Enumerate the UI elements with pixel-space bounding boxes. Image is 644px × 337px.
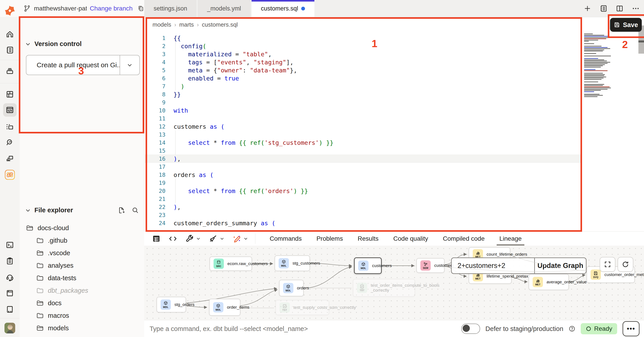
tab-_models.yml[interactable]: _models.yml	[198, 0, 250, 17]
code-line-20[interactable]: 20 select * from {{ ref('orders') }}	[144, 187, 582, 195]
minimap[interactable]	[584, 33, 614, 101]
preview-icon[interactable]	[152, 234, 161, 243]
code-line-1[interactable]: 1{{	[144, 34, 582, 42]
changelog-icon[interactable]	[599, 4, 608, 13]
lineage-selector-input[interactable]: 2+customers+2	[452, 258, 534, 273]
breadcrumb-file[interactable]: customers.sql	[202, 21, 238, 28]
help-icon[interactable]	[569, 325, 575, 332]
sidebar-item-dashboard[interactable]	[3, 88, 16, 101]
lineage-node-test_order_items_compute_to_bools[interactable]: TSTtest_order_items_compute_to_bools _co…	[353, 279, 415, 297]
code-line-11[interactable]: 11	[144, 114, 582, 122]
code-line-9[interactable]: 9	[144, 98, 582, 106]
sidebar-item-support[interactable]	[3, 270, 16, 284]
tree-item-data-tests[interactable]: data-tests	[20, 272, 144, 284]
code-line-4[interactable]: 4 tags = ["events", "staging"],	[144, 58, 582, 66]
sidebar-item-canvas[interactable]	[3, 120, 16, 134]
tree-item-analyses[interactable]: analyses	[20, 259, 144, 272]
panel-tab-results[interactable]: Results	[358, 232, 378, 245]
lineage-node-ecom.raw_customers[interactable]: SRCecom.raw_customers	[210, 257, 252, 271]
status-badge[interactable]: Ready	[581, 323, 617, 334]
lineage-panel[interactable]: SRCecom.raw_customersMDLstg_customersMDL…	[144, 246, 644, 320]
lineage-node-order_items[interactable]: MDLorder_items	[209, 299, 240, 316]
search-icon[interactable]	[132, 207, 139, 214]
code-line-22[interactable]: 22),	[144, 203, 582, 211]
format-caret-icon[interactable]	[219, 236, 225, 241]
panel-tab-code-quality[interactable]: Code quality	[393, 232, 428, 245]
tree-item-models[interactable]: models	[20, 322, 144, 334]
code-line-23[interactable]: 23	[144, 211, 582, 219]
sidebar-item-notebook[interactable]	[3, 43, 16, 57]
tree-item-.vscode[interactable]: .vscode	[20, 247, 144, 259]
more-options-icon[interactable]	[632, 4, 640, 13]
version-control-header[interactable]: Version control	[25, 40, 82, 48]
tab-customers.sql[interactable]: customers.sql	[252, 0, 314, 17]
sidebar-item-clipboard[interactable]	[3, 254, 16, 268]
defer-toggle[interactable]	[461, 324, 480, 334]
code-line-16[interactable]: 16),	[144, 155, 582, 163]
code-line-2[interactable]: 2 config(	[144, 42, 582, 50]
code-line-24[interactable]: 24customer_orders_summary as (	[144, 219, 582, 227]
sidebar-item-environments[interactable]	[3, 64, 16, 78]
code-line-12[interactable]: 12customers as (	[144, 122, 582, 130]
lineage-node-stg_customers[interactable]: MDLstg_customers	[274, 255, 310, 271]
sidebar-item-query-analysis[interactable]	[3, 136, 16, 149]
new-tab-icon[interactable]	[583, 4, 592, 13]
scrollbar-thumb[interactable]	[638, 40, 644, 42]
command-input[interactable]: Type a command, ex. dbt build --select <…	[150, 325, 308, 333]
tree-item-docs-cloud[interactable]: docs-cloud	[20, 222, 144, 234]
code-line-3[interactable]: 3 materialized = "table",	[144, 50, 582, 58]
code-line-19[interactable]: 19	[144, 179, 582, 187]
breadcrumb-models[interactable]: models	[152, 21, 171, 28]
new-file-icon[interactable]	[118, 207, 125, 214]
fullscreen-button[interactable]	[600, 257, 616, 272]
tree-item-docs[interactable]: docs	[20, 297, 144, 309]
code-line-6[interactable]: 6 enabled = true	[144, 74, 582, 82]
sidebar-item-copilot[interactable]	[3, 168, 16, 181]
pr-button-caret[interactable]	[120, 55, 139, 75]
split-editor-icon[interactable]	[616, 4, 624, 13]
code-line-15[interactable]: 15	[144, 147, 582, 155]
change-branch-link[interactable]: Change branch	[90, 5, 132, 12]
tree-item-.github[interactable]: .github	[20, 234, 144, 247]
build-caret-icon[interactable]	[196, 236, 201, 241]
code-line-5[interactable]: 5 meta = {"owner": "data-team"},	[144, 66, 582, 74]
user-avatar[interactable]	[3, 321, 16, 335]
sidebar-item-home[interactable]	[3, 28, 16, 41]
code-line-17[interactable]: 17	[144, 163, 582, 171]
tree-item-macros[interactable]: macros	[20, 309, 144, 322]
lineage-node-customers[interactable]: MDLcustomers	[354, 258, 382, 274]
dbt-logo[interactable]	[0, 0, 20, 17]
code-line-18[interactable]: 18orders as (	[144, 171, 582, 179]
refresh-button[interactable]	[618, 257, 633, 272]
panel-tab-problems[interactable]: Problems	[316, 232, 343, 245]
code-editor[interactable]: 1{{2 config(3 materialized = "table",4 t…	[144, 34, 582, 227]
code-line-14[interactable]: 14 select * from {{ ref('stg_customers')…	[144, 139, 582, 147]
lineage-node-stg_orders[interactable]: MDLstg_orders	[156, 297, 186, 313]
code-line-7[interactable]: 7 )	[144, 82, 582, 90]
lineage-node-customers[interactable]: SEMcustomers	[416, 258, 444, 273]
panel-tab-commands[interactable]: Commands	[270, 232, 302, 245]
code-line-10[interactable]: 10with	[144, 106, 582, 114]
lineage-node-orders[interactable]: MDLorders	[279, 280, 304, 296]
sidebar-item-terminal[interactable]	[3, 238, 16, 252]
code-line-13[interactable]: 13	[144, 130, 582, 139]
breadcrumb-marts[interactable]: marts	[179, 21, 194, 28]
compile-icon[interactable]	[168, 234, 177, 243]
tab-settings.json[interactable]: settings.json	[144, 0, 196, 17]
tree-item-dbt_packages[interactable]: dbt_packages	[20, 284, 144, 297]
save-button[interactable]: Save	[610, 18, 642, 32]
copy-icon[interactable]	[138, 5, 144, 12]
sidebar-item-code-editor[interactable]	[3, 103, 16, 117]
sidebar-item-docs[interactable]	[3, 287, 16, 300]
sidebar-item-organization[interactable]	[3, 303, 16, 316]
ai-fix-caret-icon[interactable]	[243, 236, 248, 241]
update-graph-button[interactable]: Update Graph	[535, 258, 586, 273]
lineage-node-test_supply_costs_sum_correctly[interactable]: TSTtest_supply_costs_sum_correctly	[276, 300, 329, 315]
tree-item-marts[interactable]: marts	[20, 334, 144, 337]
status-more-button[interactable]: •••	[622, 321, 640, 336]
code-line-21[interactable]: 21	[144, 195, 582, 203]
build-icon[interactable]	[185, 234, 194, 243]
panel-tab-compiled-code[interactable]: Compiled code	[443, 232, 484, 245]
format-icon[interactable]	[209, 234, 218, 243]
panel-tab-lineage[interactable]: Lineage	[499, 232, 522, 245]
